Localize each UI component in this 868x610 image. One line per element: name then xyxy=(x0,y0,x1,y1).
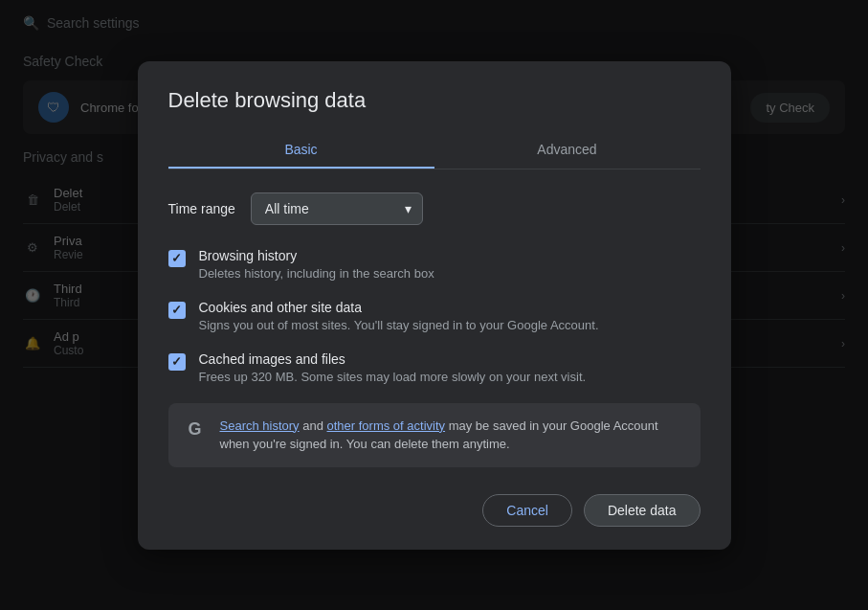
dialog-tabs: Basic Advanced xyxy=(168,132,701,169)
dialog-title: Delete browsing data xyxy=(168,88,701,113)
other-activity-link[interactable]: other forms of activity xyxy=(327,418,446,433)
time-range-wrapper: All time Last hour Last 24 hours Last 7 … xyxy=(251,192,423,225)
delete-browsing-data-dialog: Delete browsing data Basic Advanced Time… xyxy=(138,61,731,550)
checkbox-browsing-history: Browsing history Deletes history, includ… xyxy=(168,248,701,281)
modal-overlay: Delete browsing data Basic Advanced Time… xyxy=(0,0,868,610)
time-range-row: Time range All time Last hour Last 24 ho… xyxy=(168,192,701,225)
browsing-history-text: Browsing history Deletes history, includ… xyxy=(199,248,434,281)
browsing-history-title: Browsing history xyxy=(199,248,434,263)
browsing-history-checkbox[interactable] xyxy=(168,250,186,267)
cookies-text: Cookies and other site data Signs you ou… xyxy=(199,300,599,332)
browsing-history-desc: Deletes history, including in the search… xyxy=(199,266,434,281)
cached-title: Cached images and files xyxy=(199,351,587,367)
checkbox-cookies: Cookies and other site data Signs you ou… xyxy=(168,300,701,332)
time-range-label: Time range xyxy=(168,201,235,216)
tab-advanced[interactable]: Advanced xyxy=(434,132,701,169)
google-logo-icon: G xyxy=(184,418,207,441)
cached-text: Cached images and files Frees up 320 MB.… xyxy=(199,351,587,384)
banner-text: Search history and other forms of activi… xyxy=(220,417,685,454)
cookies-title: Cookies and other site data xyxy=(199,300,599,315)
time-range-select[interactable]: All time Last hour Last 24 hours Last 7 … xyxy=(251,192,423,225)
checkbox-cached: Cached images and files Frees up 320 MB.… xyxy=(168,351,701,384)
banner-text-1: and xyxy=(300,418,327,433)
cookies-checkbox[interactable] xyxy=(168,302,186,319)
cookies-desc: Signs you out of most sites. You'll stay… xyxy=(199,318,599,332)
cancel-button[interactable]: Cancel xyxy=(482,494,572,527)
tab-basic[interactable]: Basic xyxy=(168,132,434,169)
google-account-banner: G Search history and other forms of acti… xyxy=(168,403,701,467)
cached-checkbox[interactable] xyxy=(168,353,186,371)
dialog-footer: Cancel Delete data xyxy=(168,494,701,527)
delete-data-button[interactable]: Delete data xyxy=(584,494,701,527)
search-history-link[interactable]: Search history xyxy=(220,418,300,433)
cached-desc: Frees up 320 MB. Some sites may load mor… xyxy=(199,370,587,384)
